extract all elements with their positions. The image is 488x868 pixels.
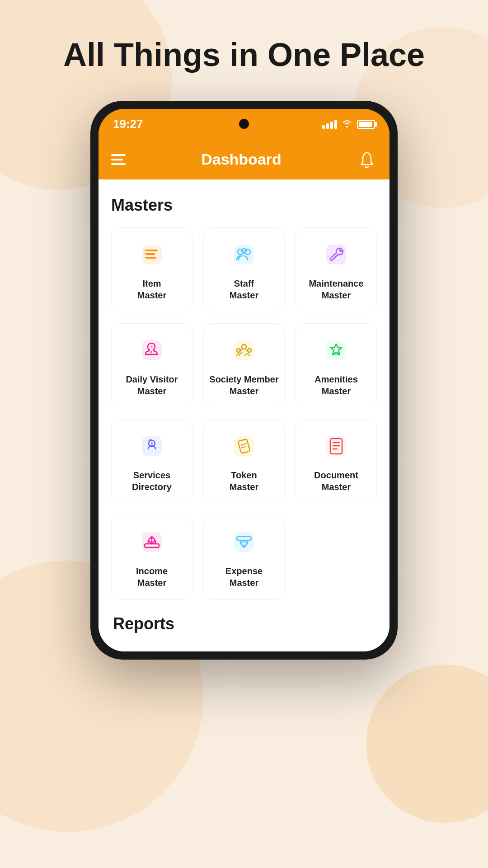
phone-mockup: 19:27 (90, 101, 398, 660)
svg-rect-33 (234, 532, 254, 552)
staff-master-label: StaffMaster (230, 278, 258, 301)
svg-rect-4 (145, 250, 146, 251)
society-member-master-tile[interactable]: Society MemberMaster (203, 323, 285, 408)
svg-rect-2 (146, 253, 155, 255)
page-content: All Things in One Place 19:27 (0, 0, 488, 660)
svg-rect-18 (326, 340, 346, 360)
page-title: All Things in One Place (36, 36, 452, 74)
maintenance-master-tile[interactable]: MaintenanceMaster (296, 227, 377, 312)
header-title: Dashboard (201, 151, 282, 168)
svg-point-21 (151, 443, 153, 444)
society-member-master-icon (228, 335, 260, 366)
document-master-tile[interactable]: DocumentMaster (296, 419, 377, 504)
expense-master-icon (228, 526, 260, 558)
amenities-master-icon (320, 335, 352, 366)
maintenance-master-icon (320, 239, 352, 270)
daily-visitor-master-tile[interactable]: Daily VisitorMaster (111, 323, 192, 408)
token-master-tile[interactable]: TokenMaster (203, 419, 285, 504)
staff-master-icon (228, 239, 260, 270)
item-master-label: ItemMaster (137, 278, 166, 301)
svg-rect-1 (146, 250, 158, 251)
svg-point-13 (151, 346, 153, 347)
svg-rect-3 (146, 257, 156, 259)
signal-icon (322, 120, 337, 129)
svg-rect-7 (234, 245, 254, 264)
income-master-icon (136, 526, 168, 558)
battery-icon (357, 120, 375, 129)
item-master-tile[interactable]: ItemMaster (111, 227, 192, 312)
services-directory-tile[interactable]: ServicesDirectory (111, 419, 192, 504)
document-master-icon (320, 430, 352, 462)
notification-bell-icon[interactable] (357, 150, 377, 170)
status-bar: 19:27 (99, 109, 389, 140)
hamburger-menu[interactable] (111, 154, 126, 165)
status-time: 19:27 (113, 117, 143, 131)
masters-section-title: Masters (111, 196, 377, 215)
amenities-master-tile[interactable]: AmenitiesMaster (296, 323, 377, 408)
expense-master-label: ExpenseMaster (225, 565, 263, 589)
income-master-label: IncomeMaster (136, 565, 168, 589)
app-header: Dashboard (99, 140, 389, 179)
app-content: Masters (99, 179, 389, 651)
svg-rect-6 (145, 257, 146, 258)
document-master-label: DocumentMaster (314, 469, 358, 493)
reports-section-title: Reports (111, 614, 377, 633)
wifi-icon (342, 118, 352, 130)
daily-visitor-master-label: Daily VisitorMaster (126, 373, 178, 397)
item-master-icon (136, 239, 168, 270)
phone-inner: 19:27 (99, 109, 389, 651)
status-icons (322, 118, 375, 130)
services-directory-label: ServicesDirectory (132, 469, 172, 493)
society-member-master-label: Society MemberMaster (209, 373, 278, 397)
svg-rect-11 (326, 245, 346, 264)
camera-notch (239, 119, 249, 129)
daily-visitor-master-icon (136, 335, 168, 366)
masters-grid: ItemMaster St (111, 227, 377, 600)
token-master-icon (228, 430, 260, 462)
services-directory-icon (136, 430, 168, 462)
svg-rect-5 (145, 253, 146, 255)
expense-master-tile[interactable]: ExpenseMaster (203, 515, 285, 600)
income-master-tile[interactable]: IncomeMaster (111, 515, 192, 600)
maintenance-master-label: MaintenanceMaster (309, 278, 363, 301)
amenities-master-label: AmenitiesMaster (314, 373, 358, 397)
staff-master-tile[interactable]: StaffMaster (203, 227, 285, 312)
token-master-label: TokenMaster (230, 469, 258, 493)
